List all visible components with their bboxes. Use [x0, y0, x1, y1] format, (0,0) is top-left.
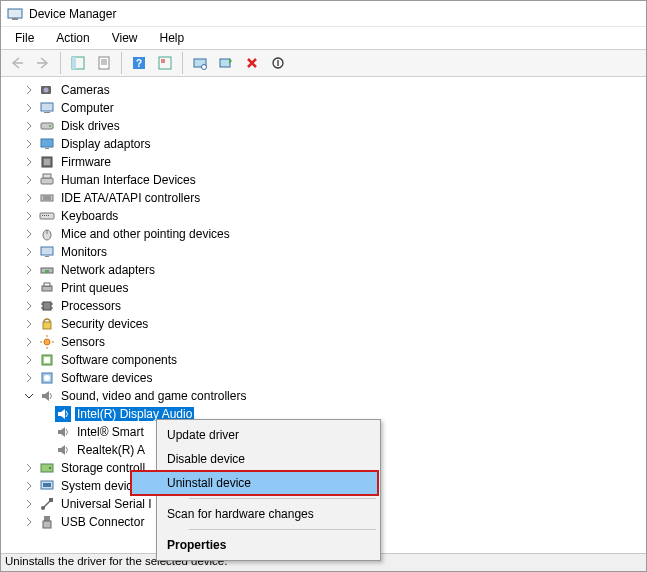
sensor-icon — [39, 334, 55, 350]
tree-node-sensors[interactable]: Sensors — [1, 333, 646, 351]
ctx-update-driver[interactable]: Update driver — [131, 423, 378, 447]
software-component-icon — [39, 352, 55, 368]
expand-icon[interactable] — [23, 498, 35, 510]
storage-icon — [39, 460, 55, 476]
svg-point-50 — [44, 339, 50, 345]
update-driver-button[interactable] — [214, 52, 238, 74]
ctx-uninstall-device[interactable]: Uninstall device — [131, 471, 378, 495]
svg-rect-14 — [220, 59, 230, 67]
expand-icon[interactable] — [23, 282, 35, 294]
show-hide-tree-button[interactable] — [66, 52, 90, 74]
expand-icon[interactable] — [23, 174, 35, 186]
keyboard-icon — [39, 208, 55, 224]
tree-label: Firmware — [59, 155, 113, 169]
toolbar-divider — [182, 52, 183, 74]
expand-icon[interactable] — [23, 480, 35, 492]
hid-icon — [39, 172, 55, 188]
tree-label: Cameras — [59, 83, 112, 97]
processor-icon — [39, 298, 55, 314]
sound-icon — [39, 388, 55, 404]
tree-node-keyboards[interactable]: Keyboards — [1, 207, 646, 225]
expand-icon[interactable] — [23, 300, 35, 312]
expand-icon[interactable] — [23, 156, 35, 168]
svg-point-58 — [44, 375, 50, 381]
svg-point-60 — [49, 467, 51, 469]
svg-rect-19 — [44, 112, 50, 113]
ctx-properties[interactable]: Properties — [131, 533, 378, 557]
ctx-scan-hardware[interactable]: Scan for hardware changes — [131, 502, 378, 526]
ide-icon — [39, 190, 55, 206]
expand-icon[interactable] — [23, 318, 35, 330]
expand-icon[interactable] — [23, 354, 35, 366]
toolbar-divider — [60, 52, 61, 74]
disable-button[interactable] — [266, 52, 290, 74]
tree-node-ide[interactable]: IDE ATA/ATAPI controllers — [1, 189, 646, 207]
expand-icon[interactable] — [23, 138, 35, 150]
svg-rect-35 — [48, 215, 49, 216]
expand-icon[interactable] — [23, 228, 35, 240]
tree-node-hid[interactable]: Human Interface Devices — [1, 171, 646, 189]
tree-node-security[interactable]: Security devices — [1, 315, 646, 333]
tree-node-cameras[interactable]: Cameras — [1, 81, 646, 99]
toolbar: ? — [1, 49, 646, 77]
svg-point-17 — [44, 88, 49, 93]
svg-rect-1 — [12, 18, 18, 20]
tree-node-softdev[interactable]: Software devices — [1, 369, 646, 387]
tree-label: Keyboards — [59, 209, 120, 223]
tree-label: Sound, video and game controllers — [59, 389, 248, 403]
tree-label: Disk drives — [59, 119, 122, 133]
expand-icon[interactable] — [23, 210, 35, 222]
forward-button[interactable] — [31, 52, 55, 74]
tree-node-network[interactable]: Network adapters — [1, 261, 646, 279]
tree-node-computer[interactable]: Computer — [1, 99, 646, 117]
tree-node-mice[interactable]: Mice and other pointing devices — [1, 225, 646, 243]
tree-label: Sensors — [59, 335, 107, 349]
svg-rect-23 — [45, 148, 49, 149]
expand-icon[interactable] — [23, 84, 35, 96]
svg-rect-33 — [44, 215, 45, 216]
expand-icon[interactable] — [23, 516, 35, 528]
tree-label: Computer — [59, 101, 116, 115]
toolbar-divider — [121, 52, 122, 74]
tree-label: Monitors — [59, 245, 109, 259]
collapse-icon[interactable] — [23, 390, 35, 402]
svg-rect-39 — [45, 256, 49, 257]
scan-hardware-button[interactable] — [188, 52, 212, 74]
menu-file[interactable]: File — [5, 29, 44, 47]
menu-action[interactable]: Action — [46, 29, 99, 47]
action-button[interactable] — [153, 52, 177, 74]
expand-icon[interactable] — [23, 120, 35, 132]
tree-label: Processors — [59, 299, 123, 313]
expand-icon[interactable] — [23, 336, 35, 348]
back-button[interactable] — [5, 52, 29, 74]
expand-icon[interactable] — [23, 264, 35, 276]
tree-node-firmware[interactable]: Firmware — [1, 153, 646, 171]
expand-icon[interactable] — [23, 102, 35, 114]
tree-label: Software components — [59, 353, 179, 367]
tree-node-displayadaptors[interactable]: Display adaptors — [1, 135, 646, 153]
sound-icon — [55, 406, 71, 422]
expand-icon[interactable] — [23, 462, 35, 474]
tree-node-monitors[interactable]: Monitors — [1, 243, 646, 261]
tree-node-printqueues[interactable]: Print queues — [1, 279, 646, 297]
tree-node-processors[interactable]: Processors — [1, 297, 646, 315]
tree-node-softcomp[interactable]: Software components — [1, 351, 646, 369]
expand-icon[interactable] — [23, 372, 35, 384]
tree-label: Mice and other pointing devices — [59, 227, 232, 241]
app-icon — [7, 6, 23, 22]
tree-node-sound[interactable]: Sound, video and game controllers — [1, 387, 646, 405]
expand-icon[interactable] — [23, 246, 35, 258]
sound-icon — [55, 442, 71, 458]
tree-node-diskdrives[interactable]: Disk drives — [1, 117, 646, 135]
svg-rect-64 — [49, 498, 53, 502]
expand-icon[interactable] — [23, 192, 35, 204]
ctx-disable-device[interactable]: Disable device — [131, 447, 378, 471]
help-button[interactable]: ? — [127, 52, 151, 74]
window-title: Device Manager — [29, 7, 116, 21]
menu-view[interactable]: View — [102, 29, 148, 47]
uninstall-button[interactable] — [240, 52, 264, 74]
properties-button[interactable] — [92, 52, 116, 74]
menu-help[interactable]: Help — [150, 29, 195, 47]
usb-connector-icon — [39, 514, 55, 530]
svg-rect-44 — [43, 302, 51, 310]
